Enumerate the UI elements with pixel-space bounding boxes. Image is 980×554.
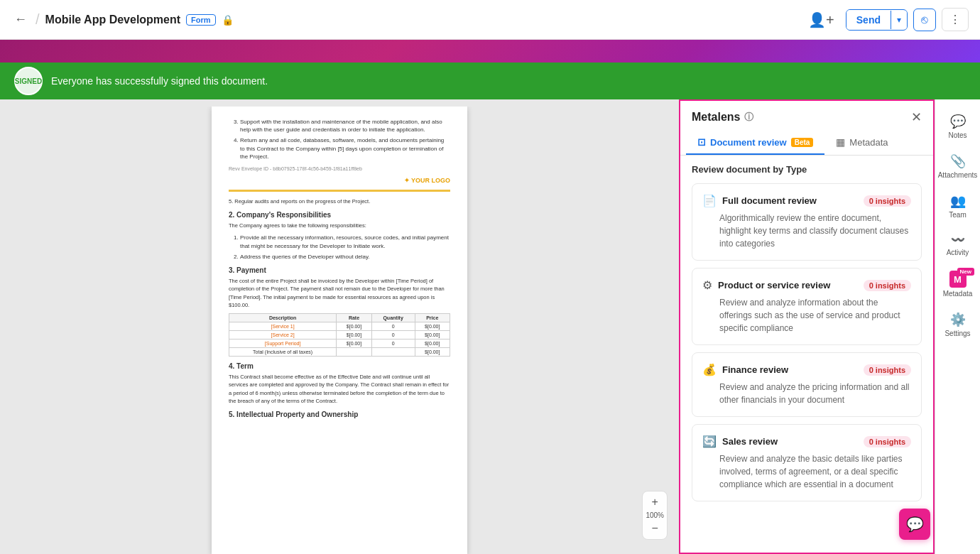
metadata-tab-label: Metadata (849, 137, 888, 148)
success-message: Everyone has successfully signed this do… (51, 75, 268, 87)
sidebar-item-activity[interactable]: 〰️ Activity (935, 227, 980, 262)
form-badge: Form (186, 14, 216, 26)
team-label: Team (949, 211, 966, 219)
zoom-in-button[interactable]: + (648, 494, 663, 510)
top-bar: ← / Mobile App Development Form 🔒 👤+ Sen… (0, 0, 980, 40)
activity-icon: 〰️ (951, 233, 965, 246)
card-title-finance-review: Finance review (722, 364, 788, 375)
activity-label: Activity (947, 249, 969, 256)
card-title-product-service-review: Product or service review (718, 280, 830, 290)
table-row: Total (Inclusive of all taxes)$[0.00] (229, 348, 450, 357)
send-main-button[interactable]: Send (846, 10, 891, 30)
insights-badge-sales-review: 0 insights (864, 436, 911, 447)
sidebar-item-notes[interactable]: 💬 Notes (935, 108, 980, 145)
resp-list: Provide all the necessary information, r… (229, 234, 450, 261)
zoom-out-button[interactable]: − (648, 521, 663, 536)
team-icon: 👥 (950, 193, 966, 209)
table-cell: 0 (371, 331, 415, 340)
table-row: [Support Period]$[0.00]0$[0.00] (229, 340, 450, 348)
metalens-close-button[interactable]: ✕ (911, 109, 922, 125)
doc-review-tab-icon: ⊡ (697, 136, 706, 148)
metalens-panel: Metalens ⓘ ✕ ⊡ Document review Beta ▦ Me… (679, 99, 935, 554)
chat-fab[interactable]: 💬 (899, 509, 930, 540)
document-title: Mobile App Development (45, 13, 181, 26)
metadata-tab-icon: ▦ (836, 136, 845, 148)
notes-icon: 💬 (950, 114, 966, 129)
settings-icon: ⚙️ (950, 312, 966, 327)
back-button[interactable]: ← (11, 9, 30, 30)
review-card-header: ⚙ Product or service review 0 insights (702, 278, 911, 292)
review-card-finance-review[interactable]: 💰 Finance review 0 insights Review and a… (692, 352, 922, 417)
sidebar-item-settings[interactable]: ⚙️ Settings (935, 306, 980, 343)
table-cell: $[0.00] (415, 340, 450, 348)
table-cell: 0 (371, 322, 415, 331)
payment-table: Description Rate Quantity Price [Service… (229, 313, 450, 357)
insights-badge-finance-review: 0 insights (864, 364, 911, 376)
table-row: [Service 1]$[0.00]0$[0.00] (229, 322, 450, 331)
doc-review-tab-label: Document review (710, 137, 787, 148)
table-cell: $[0.00] (415, 348, 450, 357)
sidebar-item-team[interactable]: 👥 Team (935, 188, 980, 224)
add-user-button[interactable]: 👤+ (802, 9, 840, 31)
notes-label: Notes (948, 131, 967, 139)
table-cell: $[0.00] (337, 331, 371, 340)
payment-body: The cost of the entire Project shall be … (229, 277, 450, 309)
success-banner: SIGNED Everyone has successfully signed … (0, 63, 980, 99)
table-cell: $[0.00] (337, 322, 371, 331)
tab-document-review[interactable]: ⊡ Document review Beta (686, 131, 824, 155)
card-title-sales-review: Sales review (722, 436, 778, 447)
section4-title: 4. Term (229, 362, 450, 370)
document-viewer[interactable]: Support with the installation and mainte… (0, 99, 679, 554)
review-card-header: 🔄 Sales review 0 insights (702, 435, 911, 448)
review-card-title-row: 📄 Full document review (702, 194, 817, 207)
resp-item-1: Provide all the necessary information, r… (240, 234, 450, 249)
review-card-product-service-review[interactable]: ⚙ Product or service review 0 insights R… (692, 268, 922, 345)
table-cell (371, 348, 415, 357)
signed-stamp: SIGNED (14, 67, 43, 95)
new-badge: New (957, 268, 974, 276)
table-cell (337, 348, 371, 357)
insights-badge-product-service-review: 0 insights (864, 280, 911, 291)
review-section: Review document by Type 📄 Full document … (680, 156, 933, 517)
card-icon-full-document-review: 📄 (702, 194, 717, 207)
table-header-quantity: Quantity (371, 314, 415, 322)
sidebar-item-metadata[interactable]: New M Metadata (935, 265, 980, 303)
card-icon-product-service-review: ⚙ (702, 278, 712, 292)
share-button[interactable]: ⎋ (913, 9, 936, 31)
send-caret-button[interactable]: ▾ (891, 11, 907, 29)
table-cell: 0 (371, 340, 415, 348)
metalens-tabs: ⊡ Document review Beta ▦ Metadata (680, 131, 933, 156)
sidebar-item-attachments[interactable]: 📎 Attachments (935, 148, 980, 185)
table-cell: $[0.00] (415, 331, 450, 340)
document-page: Support with the installation and mainte… (212, 107, 467, 554)
tab-metadata[interactable]: ▦ Metadata (824, 131, 899, 155)
review-card-sales-review[interactable]: 🔄 Sales review 0 insights Review and ana… (692, 424, 922, 501)
review-card-header: 📄 Full document review 0 insights (702, 194, 911, 207)
document-scroll[interactable]: Support with the installation and mainte… (0, 107, 679, 554)
review-card-full-document-review[interactable]: 📄 Full document review 0 insights Algori… (692, 183, 922, 261)
doc-yellow-bar (229, 190, 450, 192)
slash-divider: / (36, 11, 40, 28)
metalens-title: Metalens ⓘ (692, 111, 753, 124)
send-button-group: Send ▾ (846, 9, 908, 31)
metalens-info-icon[interactable]: ⓘ (744, 111, 753, 124)
section2-body: The Company agrees to take the following… (229, 222, 450, 229)
card-icon-finance-review: 💰 (702, 363, 717, 376)
card-desc-full-document-review: Algorithmically review the entire docume… (702, 212, 911, 250)
doc-list-top: Support with the installation and mainte… (229, 118, 450, 161)
more-options-button[interactable]: ⋮ (942, 8, 969, 31)
metalens-header: Metalens ⓘ ✕ (680, 101, 933, 125)
table-header-price: Price (415, 314, 450, 322)
table-row: [Service 2]$[0.00]0$[0.00] (229, 331, 450, 340)
settings-label: Settings (944, 330, 970, 337)
section5-title: 5. Intellectual Property and Ownership (229, 411, 450, 418)
top-bar-left: ← / Mobile App Development Form 🔒 (11, 9, 794, 30)
review-cards-container: 📄 Full document review 0 insights Algori… (692, 183, 922, 501)
table-header-description: Description (229, 314, 337, 322)
table-cell: $[0.00] (415, 322, 450, 331)
attachments-icon: 📎 (950, 153, 966, 169)
metadata-label: Metadata (943, 290, 973, 298)
doc-list-item-4: Return any and all code, databases, soft… (240, 136, 450, 161)
zoom-percent: 100% (646, 511, 664, 519)
review-card-title-row: ⚙ Product or service review (702, 278, 830, 292)
